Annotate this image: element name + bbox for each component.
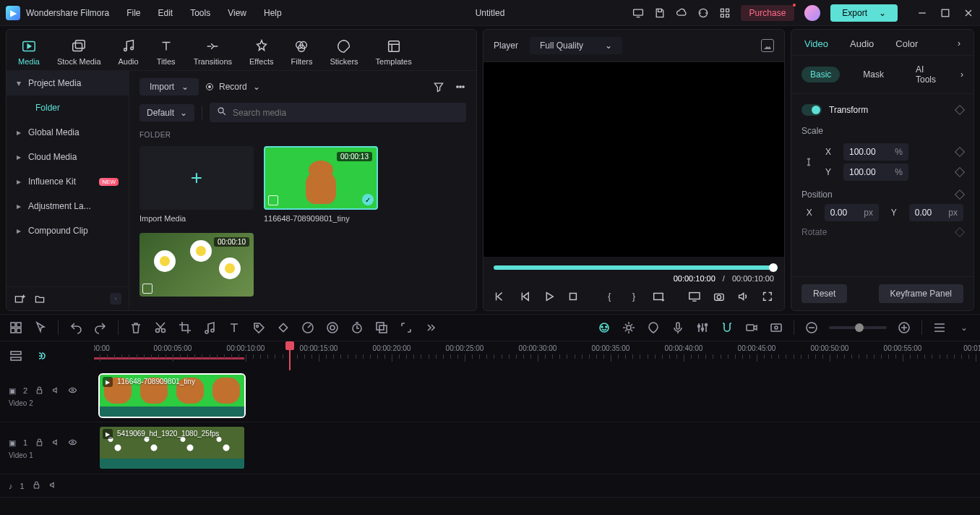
music-icon[interactable] — [202, 320, 217, 335]
mark-out-icon[interactable]: } — [627, 290, 640, 303]
more-icon[interactable] — [455, 81, 466, 93]
tab-media[interactable]: Media — [18, 38, 40, 66]
visibility-icon[interactable] — [68, 386, 77, 396]
tab-audio[interactable]: Audio — [119, 38, 139, 66]
track-lane[interactable]: ▶5419069_hd_1920_1080_25fps — [94, 422, 980, 474]
visibility-icon[interactable] — [68, 438, 77, 448]
timeline-clip[interactable]: ▶5419069_hd_1920_1080_25fps — [100, 427, 244, 469]
maximize-icon[interactable] — [940, 7, 951, 19]
sidebar-item-project-media[interactable]: ▾Project Media — [7, 71, 129, 95]
transform-toggle[interactable] — [801, 104, 822, 116]
support-icon[interactable] — [697, 7, 709, 19]
group-icon[interactable] — [374, 320, 389, 335]
cut-icon[interactable] — [153, 320, 168, 335]
keyframe-icon[interactable] — [955, 190, 965, 200]
track-lane[interactable] — [94, 474, 980, 497]
quality-dropdown[interactable]: Full Quality⌄ — [530, 37, 622, 54]
lock-icon[interactable] — [35, 386, 44, 396]
fullscreen-icon[interactable] — [761, 290, 774, 303]
apps-icon[interactable] — [719, 7, 731, 19]
crop-icon[interactable] — [178, 320, 192, 335]
mute-icon[interactable] — [51, 438, 61, 448]
collapse-sidebar-icon[interactable] — [110, 293, 121, 305]
reset-button[interactable]: Reset — [801, 284, 847, 303]
mute-icon[interactable] — [48, 480, 58, 491]
display-icon[interactable] — [688, 290, 701, 303]
sidebar-item-adjustment-layer[interactable]: ▸Adjustment La... — [7, 194, 129, 218]
import-button[interactable]: Import⌄ — [139, 78, 199, 95]
position-y-input[interactable]: 0.00px — [909, 204, 963, 221]
prop-tab-audio[interactable]: Audio — [850, 38, 874, 49]
timeline-clip[interactable]: ▶116648-708909801_tiny — [100, 375, 244, 417]
menu-help[interactable]: Help — [264, 8, 282, 18]
media-clip-tile[interactable]: 00:00:13 ✓ 116648-708909801_tiny — [264, 146, 378, 223]
color-tag-icon[interactable] — [252, 320, 266, 335]
prop-tab-color[interactable]: Color — [895, 38, 918, 49]
scale-y-input[interactable]: 100.00% — [843, 163, 908, 181]
new-bin-icon[interactable] — [14, 293, 25, 305]
purchase-button[interactable]: Purchase — [741, 5, 795, 21]
stop-icon[interactable] — [567, 290, 580, 303]
preview-viewport[interactable] — [483, 62, 784, 257]
device-icon[interactable] — [632, 7, 644, 19]
playback-slider[interactable] — [494, 265, 774, 270]
keyframe-icon[interactable] — [955, 227, 965, 237]
subtab-mask[interactable]: Mask — [854, 67, 893, 82]
aspect-icon[interactable] — [652, 290, 665, 303]
cloud-icon[interactable] — [676, 7, 687, 19]
marker-tool-icon[interactable] — [325, 320, 340, 335]
prev-frame-icon[interactable] — [494, 290, 507, 303]
zoom-out-icon[interactable] — [804, 320, 819, 335]
more-tools-icon[interactable] — [424, 320, 438, 335]
menu-tools[interactable]: Tools — [190, 8, 210, 18]
tab-transitions[interactable]: Transitions — [194, 38, 232, 66]
new-folder-icon[interactable] — [34, 293, 46, 305]
compare-icon[interactable] — [761, 39, 774, 52]
screenshot-icon[interactable] — [769, 320, 783, 335]
play-icon[interactable] — [543, 290, 556, 303]
play-in-icon[interactable] — [518, 290, 531, 303]
tab-effects[interactable]: Effects — [249, 38, 273, 66]
track-lane[interactable]: ▶116648-708909801_tiny — [94, 370, 980, 422]
sidebar-item-folder[interactable]: Folder — [7, 95, 129, 120]
ai-icon[interactable] — [597, 320, 611, 335]
sidebar-item-compound-clip[interactable]: ▸Compound Clip — [7, 218, 129, 243]
sidebar-item-global-media[interactable]: ▸Global Media — [7, 120, 129, 145]
import-media-tile[interactable]: + Import Media — [139, 146, 254, 223]
position-x-input[interactable]: 0.00px — [825, 204, 879, 221]
minimize-icon[interactable] — [916, 7, 928, 19]
record-button[interactable]: Record⌄ — [206, 82, 260, 92]
chevron-right-icon[interactable]: › — [958, 38, 960, 49]
playhead[interactable] — [289, 341, 291, 370]
zoom-slider[interactable] — [829, 326, 887, 329]
snapshot-icon[interactable] — [713, 290, 726, 303]
speed-icon[interactable] — [301, 320, 315, 335]
lock-icon[interactable] — [32, 480, 41, 491]
search-media-box[interactable] — [210, 103, 466, 122]
redo-icon[interactable] — [93, 320, 108, 335]
tab-titles[interactable]: Titles — [156, 38, 176, 66]
export-button[interactable]: Export⌄ — [830, 4, 898, 22]
keyframe-icon[interactable] — [955, 167, 965, 177]
mark-in-icon[interactable]: { — [603, 290, 616, 303]
sidebar-item-cloud-media[interactable]: ▸Cloud Media — [7, 145, 129, 169]
layout-icon[interactable] — [9, 320, 23, 335]
expand-icon[interactable] — [399, 320, 413, 335]
scale-x-input[interactable]: 100.00% — [843, 143, 908, 161]
track-collapse-icon[interactable] — [9, 349, 23, 363]
chevron-right-icon[interactable]: › — [960, 69, 963, 80]
keyframe-icon[interactable] — [955, 105, 965, 115]
keyframe-icon[interactable] — [955, 147, 965, 157]
menu-file[interactable]: File — [126, 8, 140, 18]
tab-stickers[interactable]: Stickers — [330, 38, 358, 66]
mute-icon[interactable] — [51, 386, 61, 396]
avatar[interactable] — [804, 5, 820, 21]
zoom-in-icon[interactable] — [897, 320, 911, 335]
delete-icon[interactable] — [129, 320, 143, 335]
marker-icon[interactable] — [646, 320, 661, 335]
tab-filters[interactable]: Filters — [291, 38, 312, 66]
pointer-icon[interactable] — [33, 320, 48, 335]
record-cam-icon[interactable] — [744, 320, 759, 335]
voiceover-icon[interactable] — [671, 320, 685, 335]
subtab-basic[interactable]: Basic — [801, 67, 840, 82]
